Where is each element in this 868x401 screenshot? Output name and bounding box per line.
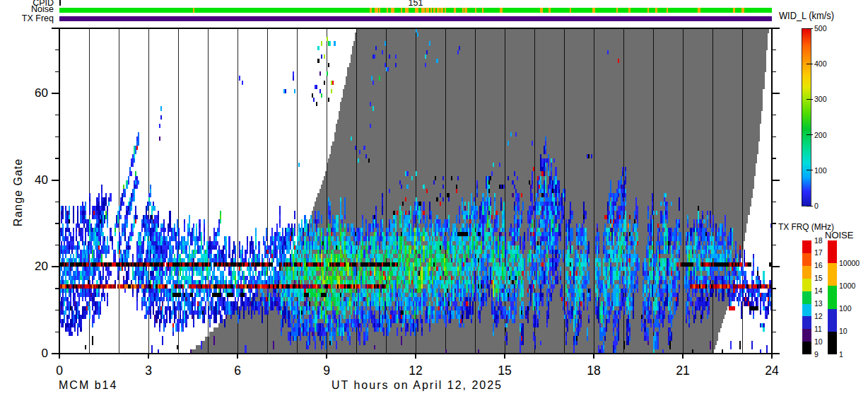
- svg-text:400: 400: [814, 59, 827, 68]
- svg-text:WID_L (km/s): WID_L (km/s): [779, 10, 834, 21]
- svg-text:MCM b14: MCM b14: [59, 379, 117, 391]
- svg-text:Range Gate: Range Gate: [12, 158, 24, 226]
- svg-text:9: 9: [323, 364, 330, 378]
- svg-text:3: 3: [145, 364, 152, 378]
- svg-text:16: 16: [814, 261, 823, 269]
- svg-text:NOISE: NOISE: [825, 230, 854, 240]
- svg-text:TX Freq: TX Freq: [22, 13, 54, 23]
- svg-text:Noise: Noise: [31, 4, 54, 14]
- svg-text:14: 14: [814, 286, 823, 295]
- svg-text:12: 12: [814, 312, 823, 320]
- svg-text:151: 151: [409, 0, 423, 8]
- svg-text:10: 10: [814, 337, 823, 346]
- svg-text:15: 15: [814, 274, 823, 282]
- svg-text:12: 12: [409, 364, 422, 378]
- svg-text:0: 0: [42, 347, 48, 360]
- svg-text:0: 0: [56, 364, 63, 378]
- svg-text:200: 200: [814, 131, 827, 139]
- svg-text:40: 40: [35, 173, 48, 187]
- svg-text:1000: 1000: [839, 281, 856, 290]
- svg-text:18: 18: [587, 364, 600, 378]
- svg-text:18: 18: [814, 236, 823, 245]
- svg-text:0: 0: [814, 202, 819, 210]
- svg-text:13: 13: [814, 299, 823, 308]
- svg-text:300: 300: [814, 95, 827, 103]
- svg-text:UT hours on April 12, 2025: UT hours on April 12, 2025: [332, 379, 503, 391]
- svg-text:100: 100: [839, 304, 852, 313]
- svg-text:15: 15: [498, 364, 511, 378]
- svg-text:10: 10: [839, 327, 848, 335]
- svg-text:500: 500: [814, 24, 827, 33]
- svg-text:21: 21: [676, 364, 689, 378]
- svg-text:60: 60: [35, 86, 48, 100]
- svg-text:1: 1: [839, 350, 843, 359]
- svg-text:17: 17: [814, 248, 823, 257]
- svg-text:100: 100: [814, 166, 827, 175]
- svg-text:10000: 10000: [839, 259, 860, 267]
- svg-text:20: 20: [35, 260, 48, 273]
- svg-text:6: 6: [234, 364, 241, 378]
- svg-text:24: 24: [765, 364, 779, 378]
- svg-text:9: 9: [814, 350, 819, 359]
- svg-text:11: 11: [814, 325, 822, 333]
